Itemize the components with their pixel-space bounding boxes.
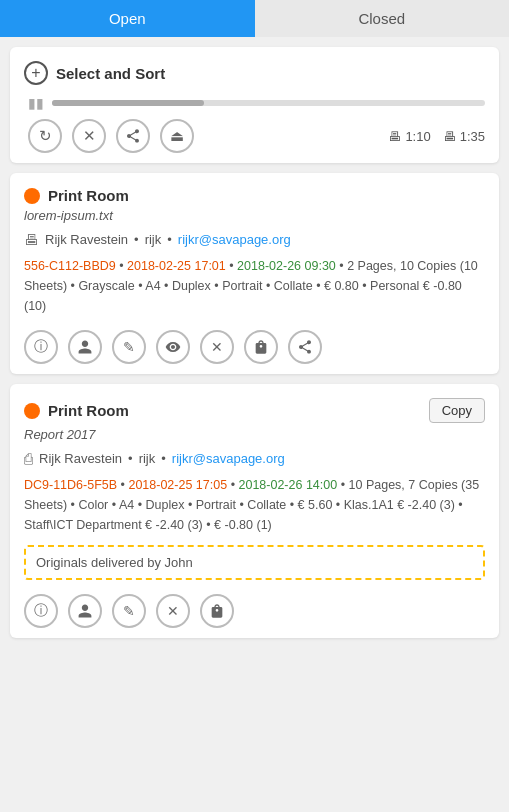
copy-time: 🖶 1:35 — [443, 129, 485, 144]
bag-button-1[interactable] — [244, 330, 278, 364]
card1-doc-name: lorem-ipsum.txt — [24, 208, 485, 223]
card2-user-email: rijkr@savapage.org — [172, 451, 285, 466]
time-info: 🖶 1:10 🖶 1:35 — [388, 129, 485, 144]
select-sort-card: + Select and Sort ▮▮ ↻ ✕ ⏏ 🖶 1:10 🖶 1:35 — [10, 47, 499, 163]
card2-header: Print Room Copy — [24, 398, 485, 423]
card1-actions: ⓘ ✎ ✕ — [24, 326, 485, 364]
printer-icon: 🖶 — [24, 231, 39, 248]
print-time-value: 1:10 — [405, 129, 430, 144]
progress-row: ▮▮ — [24, 95, 485, 111]
pause-icon[interactable]: ▮▮ — [28, 95, 44, 111]
info-button-1[interactable]: ⓘ — [24, 330, 58, 364]
card2-title: Print Room — [48, 402, 129, 419]
copy-time-icon: 🖶 — [443, 129, 456, 144]
card2-user-name: Rijk Ravestein — [39, 451, 122, 466]
bag-button-2[interactable] — [200, 594, 234, 628]
card1-user-id: rijk — [145, 232, 162, 247]
card1-user-name: Rijk Ravestein — [45, 232, 128, 247]
share-button[interactable] — [116, 119, 150, 153]
info-button-2[interactable]: ⓘ — [24, 594, 58, 628]
copy-button[interactable]: Copy — [429, 398, 485, 423]
card2-details: DC9-11D6-5F5B • 2018-02-25 17:05 • 2018-… — [24, 475, 485, 535]
copy-time-value: 1:35 — [460, 129, 485, 144]
orange-dot-icon — [24, 188, 40, 204]
refresh-button[interactable]: ↻ — [28, 119, 62, 153]
user-button-1[interactable] — [68, 330, 102, 364]
eye-button-1[interactable] — [156, 330, 190, 364]
tabs-container: Open Closed — [0, 0, 509, 37]
progress-bar-fill — [52, 100, 204, 106]
orange-dot-icon-2 — [24, 403, 40, 419]
printer-icon-2: ⎙ — [24, 450, 33, 467]
print-time: 🖶 1:10 — [388, 129, 430, 144]
card1-header: Print Room — [24, 187, 485, 204]
select-sort-action-row: ↻ ✕ ⏏ 🖶 1:10 🖶 1:35 — [24, 119, 485, 153]
card1-title-row: Print Room — [24, 187, 129, 204]
edit-button-1[interactable]: ✎ — [112, 330, 146, 364]
tab-open[interactable]: Open — [0, 0, 255, 37]
edit-button-2[interactable]: ✎ — [112, 594, 146, 628]
card2-job-id: DC9-11D6-5F5B — [24, 478, 117, 492]
select-sort-title: Select and Sort — [56, 65, 165, 82]
plus-circle-icon[interactable]: + — [24, 61, 48, 85]
note-box: Originals delivered by John — [24, 545, 485, 580]
card2-user-row: ⎙ Rijk Ravestein • rijk • rijkr@savapage… — [24, 450, 485, 467]
card1-user-row: 🖶 Rijk Ravestein • rijk • rijkr@savapage… — [24, 231, 485, 248]
card2-date1: 2018-02-25 17:05 — [128, 478, 227, 492]
power-button[interactable]: ⏏ — [160, 119, 194, 153]
card2-actions: ⓘ ✎ ✕ — [24, 590, 485, 628]
progress-bar-bg — [52, 100, 485, 106]
share-button-1[interactable] — [288, 330, 322, 364]
card1-date2: 2018-02-26 09:30 — [237, 259, 336, 273]
print-room-card-1: Print Room lorem-ipsum.txt 🖶 Rijk Ravest… — [10, 173, 499, 374]
card2-title-row: Print Room — [24, 402, 129, 419]
tab-closed[interactable]: Closed — [255, 0, 510, 37]
card2-doc-name: Report 2017 — [24, 427, 485, 442]
print-room-card-2: Print Room Copy Report 2017 ⎙ Rijk Raves… — [10, 384, 499, 638]
cancel-button[interactable]: ✕ — [72, 119, 106, 153]
card1-details: 556-C112-BBD9 • 2018-02-25 17:01 • 2018-… — [24, 256, 485, 316]
user-button-2[interactable] — [68, 594, 102, 628]
card1-title: Print Room — [48, 187, 129, 204]
card1-job-id: 556-C112-BBD9 — [24, 259, 116, 273]
close-button-2[interactable]: ✕ — [156, 594, 190, 628]
card1-user-email: rijkr@savapage.org — [178, 232, 291, 247]
printer-time-icon: 🖶 — [388, 129, 401, 144]
card1-date1: 2018-02-25 17:01 — [127, 259, 226, 273]
close-button-1[interactable]: ✕ — [200, 330, 234, 364]
select-sort-header: + Select and Sort — [24, 61, 485, 85]
card2-user-id: rijk — [139, 451, 156, 466]
card2-date2: 2018-02-26 14:00 — [238, 478, 337, 492]
